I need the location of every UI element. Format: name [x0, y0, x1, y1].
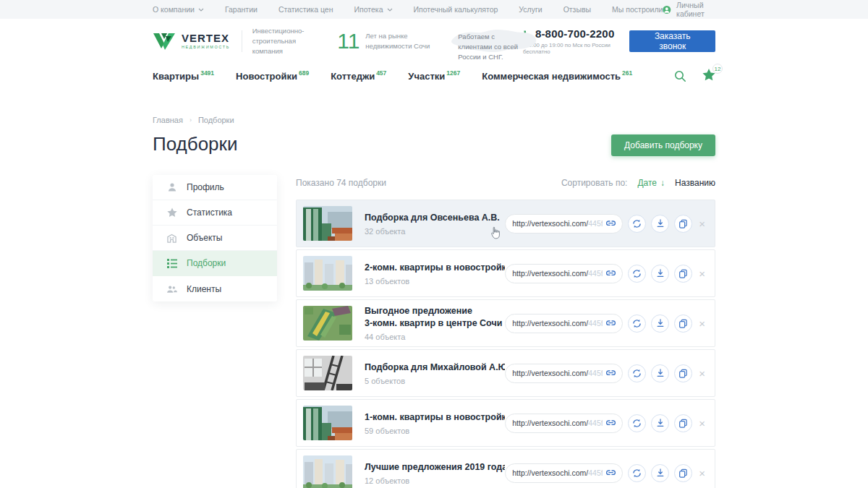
add-collection-button[interactable]: Добавить подборку [611, 134, 715, 156]
collection-title[interactable]: 2-комн. квартиры в новостройках [365, 262, 505, 274]
collection-title[interactable]: Выгодное предложение3-комн. квартир в це… [365, 305, 505, 330]
collection-thumbnail[interactable] [303, 406, 352, 440]
topbar-item-services[interactable]: Услуги [519, 5, 542, 14]
collection-thumbnail[interactable] [303, 455, 352, 488]
refresh-icon [632, 319, 642, 328]
copy-button[interactable] [674, 464, 692, 482]
close-icon[interactable]: × [699, 368, 705, 379]
refresh-button[interactable] [628, 215, 646, 233]
topbar-item-calculator[interactable]: Ипотечный калькулятор [414, 5, 498, 14]
sidebar-item-objects[interactable]: Объекты [153, 226, 277, 251]
copy-button[interactable] [674, 364, 692, 382]
download-button[interactable] [651, 314, 669, 333]
nav-count: 3491 [200, 69, 214, 77]
close-icon[interactable]: × [699, 468, 705, 479]
chevron-down-icon [198, 8, 204, 12]
topbar-item-price-stats[interactable]: Статистика цен [278, 5, 333, 14]
sidebar-item-profile[interactable]: Профиль [153, 175, 277, 200]
collection-title[interactable]: Подборка для Овсеньева А.В. [365, 212, 505, 224]
collection-title[interactable]: Подборка для Михайловой А.Ю. [365, 361, 505, 374]
phone-number[interactable]: 8-800-700-2200 [535, 27, 615, 40]
link-icon[interactable] [606, 270, 616, 276]
close-icon[interactable]: × [699, 218, 705, 229]
sidebar-item-collections[interactable]: Подборки [153, 251, 277, 276]
sidebar-item-clients[interactable]: Клиенты [153, 276, 277, 301]
nav-item-commercial[interactable]: Коммерческая недвижимость261 [482, 71, 632, 82]
close-icon[interactable]: × [699, 318, 705, 329]
download-icon [656, 269, 665, 278]
collection-row[interactable]: 2-комн. квартиры в новостройках 13 объек… [296, 249, 715, 297]
collection-title[interactable]: Лучшие предложения 2019 года [365, 461, 505, 474]
copy-button[interactable] [674, 314, 692, 333]
logo-title: VERTEX [182, 33, 230, 43]
topbar-item-built[interactable]: Мы построили [612, 5, 663, 14]
top-bar: О компании Гарантии Статистика цен Ипоте… [0, 0, 868, 19]
collection-row[interactable]: 1-комн. квартиры в новостройках 59 объек… [296, 399, 715, 447]
sort-by-name-button[interactable]: Названию [675, 178, 715, 188]
download-button[interactable] [651, 464, 669, 482]
topbar-item-about[interactable]: О компании [153, 5, 204, 14]
refresh-button[interactable] [628, 464, 646, 482]
clients-block: Работаем с клиентами со всей России и СН… [451, 27, 523, 56]
collection-count: 32 объекта [365, 227, 505, 236]
favorites-button[interactable]: 12 [702, 69, 715, 84]
close-icon[interactable]: × [699, 268, 705, 279]
collection-thumbnail[interactable] [303, 206, 352, 241]
topbar-item-mortgage[interactable]: Ипотека [354, 5, 392, 14]
copy-button[interactable] [674, 414, 692, 432]
sidebar-item-statistics[interactable]: Статистика [153, 200, 277, 226]
nav-item-cottages[interactable]: Коттеджи457 [331, 71, 386, 82]
sort-by-date-button[interactable]: Дате↓ [637, 178, 665, 188]
download-icon [656, 369, 665, 377]
refresh-button[interactable] [628, 414, 646, 432]
search-icon[interactable] [674, 70, 686, 82]
collection-row[interactable]: Лучшие предложения 2019 года 12 объектов… [296, 449, 715, 488]
link-icon[interactable] [606, 470, 616, 476]
collection-url-field[interactable]: http://vertexsochi.com/445fx4 [505, 314, 623, 333]
order-call-button[interactable]: Заказать звонок [629, 30, 715, 52]
copy-button[interactable] [674, 215, 692, 233]
collection-url-field[interactable]: http://vertexsochi.com/445fx4 [505, 364, 623, 383]
personal-account-link[interactable]: Личный кабинет [663, 1, 715, 18]
collection-thumbnail[interactable] [303, 256, 352, 291]
sidebar-item-label: Клиенты [187, 284, 221, 294]
link-icon[interactable] [606, 320, 616, 326]
refresh-icon [632, 419, 642, 428]
topbar-item-reviews[interactable]: Отзывы [563, 5, 591, 14]
collection-url-field[interactable]: http://vertexsochi.com/445fx4 [505, 264, 623, 283]
collection-url-field[interactable]: http://vertexsochi.com/445fx4 [505, 414, 623, 433]
sidebar-item-label: Подборки [187, 258, 226, 268]
refresh-button[interactable] [628, 265, 646, 283]
link-icon[interactable] [606, 420, 616, 426]
nav-count: 689 [299, 69, 309, 77]
collection-thumbnail[interactable] [303, 356, 352, 390]
collection-url-field[interactable]: http://vertexsochi.com/445fx4 [505, 463, 623, 483]
link-icon[interactable] [606, 221, 616, 226]
refresh-button[interactable] [628, 364, 646, 382]
download-button[interactable] [651, 364, 669, 382]
refresh-button[interactable] [628, 314, 646, 333]
breadcrumb-home[interactable]: Главная [153, 116, 183, 124]
sidebar-item-label: Объекты [187, 233, 223, 243]
copy-icon [678, 468, 688, 478]
nav-item-plots[interactable]: Участки1267 [408, 71, 460, 82]
topbar-item-guarantees[interactable]: Гарантии [225, 5, 258, 14]
download-button[interactable] [651, 414, 669, 432]
nav-item-newbuildings[interactable]: Новостройки689 [236, 71, 309, 82]
collection-url-field[interactable]: http://vertexsochi.com/445fx4 [505, 214, 623, 234]
link-icon[interactable] [606, 370, 616, 376]
download-button[interactable] [651, 265, 669, 283]
nav-item-apartments[interactable]: Квартиры3491 [153, 71, 214, 82]
download-button[interactable] [651, 215, 669, 233]
collection-thumbnail[interactable] [303, 306, 352, 341]
close-icon[interactable]: × [699, 418, 705, 429]
collection-row[interactable]: Выгодное предложение3-комн. квартир в це… [296, 299, 715, 347]
collection-row[interactable]: Подборка для Михайловой А.Ю. 5 объектов … [296, 349, 715, 397]
collection-row[interactable]: Подборка для Овсеньева А.В. 32 объекта h… [296, 200, 715, 247]
years-number: 11 [337, 30, 359, 52]
copy-button[interactable] [674, 265, 692, 283]
collection-title[interactable]: 1-комн. квартиры в новостройках [365, 411, 505, 424]
account-sidebar: Профиль Статистика Объекты Подборки Клие… [153, 175, 277, 301]
collection-count: 13 объектов [365, 277, 505, 286]
logo[interactable]: VERTEX НЕДВИЖИМОСТЬ [153, 32, 230, 51]
